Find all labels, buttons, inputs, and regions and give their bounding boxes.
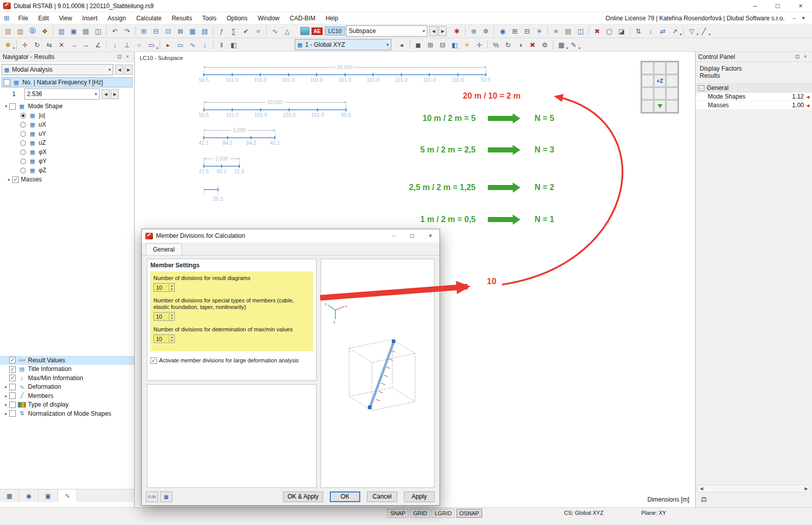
grid-lines-icon[interactable]: ⊟ <box>436 39 449 50</box>
table-ocr-icon[interactable]: ▦ <box>186 25 199 37</box>
table-view-icon[interactable]: ⊟ <box>150 25 162 37</box>
toggle-grid[interactable]: GRID <box>410 509 430 518</box>
menu-collapse-icon[interactable]: – <box>790 15 799 21</box>
chevron-down-icon[interactable]: ▾ <box>90 91 97 97</box>
nav-item-normalization-of-mode-shapes[interactable]: ▸⇅Normalization of Mode Shapes <box>0 409 134 418</box>
color-scale-icon[interactable] <box>300 27 309 35</box>
copy-image-icon[interactable]: ◫ <box>92 25 104 37</box>
prev-analysis-button[interactable]: ◀ <box>115 65 123 75</box>
frequency-combo[interactable]: 2.536 ▾ <box>24 88 100 100</box>
checkbox[interactable] <box>9 410 16 417</box>
two-sections-icon[interactable]: ‖ <box>215 39 228 50</box>
checkbox[interactable] <box>9 402 16 408</box>
pen-icon[interactable]: ✎▾ <box>568 39 580 50</box>
keypad-cell[interactable]: +Z <box>654 75 666 87</box>
keypad-cell[interactable] <box>666 87 678 100</box>
expand-icon[interactable]: ▸ <box>3 393 9 398</box>
collapse-icon[interactable]: ▾ <box>3 104 9 109</box>
mode-option-uz[interactable]: ▦uZ <box>0 138 134 147</box>
nav-item-title-information[interactable]: ▤Title Information <box>0 365 134 374</box>
nav-item-max-min-information[interactable]: ↕Max/Min Information <box>0 374 134 383</box>
collapse-box-icon[interactable]: − <box>699 85 704 91</box>
delete-results-icon[interactable]: ✖ <box>591 25 603 37</box>
zoom-window-icon[interactable]: ⊞ <box>509 25 521 37</box>
work-plane-label[interactable]: Plane: XY <box>641 510 666 516</box>
table-settings-icon[interactable]: ▤ <box>199 25 211 37</box>
favorites-icon[interactable]: ✱ <box>451 25 463 37</box>
keypad-cell[interactable] <box>642 87 653 100</box>
load-case-combo[interactable]: Subspace ▾ <box>346 25 427 37</box>
minimize-button[interactable]: – <box>743 0 766 12</box>
float-panel-icon[interactable]: ⊡ <box>115 54 123 59</box>
next-analysis-button[interactable]: ▶ <box>124 65 133 75</box>
divisions-spinner[interactable]: 10▴▾ <box>153 334 175 343</box>
spinner-up-icon[interactable]: ▴ <box>169 313 174 317</box>
dialog-close-button[interactable]: × <box>421 229 440 242</box>
nav-item-deformation[interactable]: ▸∿Deformation <box>0 383 134 392</box>
prev-frequency-button[interactable]: ◀ <box>102 89 110 99</box>
expand-icon[interactable]: ▸ <box>3 402 9 407</box>
analysis-combo[interactable]: ▦ Modal Analysis ▾ <box>2 64 113 75</box>
block-manager-icon[interactable]: ❖ <box>39 25 51 37</box>
keypad-cell[interactable] <box>654 62 666 74</box>
mode-radio[interactable] <box>20 149 26 155</box>
table-goto-icon[interactable]: ⊡ <box>162 25 174 37</box>
spinner-down-icon[interactable]: ▾ <box>169 288 174 291</box>
open-model-icon[interactable]: ▧ <box>14 25 26 37</box>
next-frequency-button[interactable]: ▶ <box>111 89 119 99</box>
section-view-icon[interactable]: ◧ <box>228 39 240 50</box>
menu-assign[interactable]: Assign <box>103 12 131 24</box>
menu-view[interactable]: View <box>54 12 77 24</box>
show-results-icon[interactable]: ◉ <box>496 25 509 37</box>
mode-shape-node[interactable]: ▾ ▦ Mode Shape <box>0 102 134 111</box>
edit-extend-icon[interactable]: → <box>68 39 80 50</box>
chevron-down-icon[interactable]: ▾ <box>382 42 389 47</box>
menu-calculate[interactable]: Calculate <box>131 12 167 24</box>
guide-object-icon[interactable]: ▸ <box>162 39 174 50</box>
undo-icon[interactable]: ↶ <box>109 25 121 37</box>
units-button[interactable]: ▦ <box>160 491 172 502</box>
mode-radio[interactable] <box>20 122 26 128</box>
mode-option-x[interactable]: ▦φX <box>0 147 134 157</box>
menu-results[interactable]: Results <box>167 12 197 24</box>
general-group-row[interactable]: − General <box>696 83 812 92</box>
keypad-cell[interactable] <box>642 75 653 87</box>
eccentricity-icon[interactable]: ▭▾ <box>145 39 158 50</box>
cp-item-masses[interactable]: Masses1.00◄ <box>696 101 812 110</box>
navigator-toggle-icon[interactable]: ▥ <box>55 25 68 37</box>
menu-options[interactable]: Options <box>222 12 253 24</box>
shading-icon[interactable]: ◧ <box>449 39 461 50</box>
control-panel-scrollbar[interactable]: ◀ ▶ <box>697 485 810 492</box>
checkbox[interactable] <box>9 384 16 390</box>
calculation-params-icon[interactable]: ≈ <box>252 25 264 37</box>
close-button[interactable]: × <box>789 0 812 12</box>
save-icon[interactable]: ▣ <box>68 25 80 37</box>
checkbox[interactable] <box>9 392 16 399</box>
redo-icon[interactable]: ↷ <box>121 25 133 37</box>
keypad-cell[interactable] <box>654 87 666 100</box>
menu-help[interactable]: Help <box>321 12 343 24</box>
mode-shape-checkbox[interactable] <box>9 103 16 110</box>
keypad-cell[interactable] <box>666 62 678 74</box>
window-menu-icon[interactable]: ⊞ <box>3 15 11 22</box>
apply-button[interactable]: Apply <box>404 491 434 502</box>
member-divide-icon[interactable]: ↕ <box>644 25 657 37</box>
checkbox[interactable] <box>9 366 16 373</box>
mode-radio[interactable] <box>20 140 26 146</box>
edit-dimension-icon[interactable]: ↔ <box>80 39 92 50</box>
float-panel-icon[interactable]: ⊡ <box>793 54 801 59</box>
hinge-icon[interactable]: ○ <box>133 39 145 50</box>
edit-mirror-icon[interactable]: ⇆ <box>43 39 55 50</box>
calculate-all-icon[interactable]: ∑ <box>228 25 240 37</box>
scroll-left-icon[interactable]: ◀ <box>698 486 705 491</box>
ok-apply-button[interactable]: OK & Apply <box>283 491 323 502</box>
decimal-places-button[interactable]: 0.00 <box>146 491 158 502</box>
cp-item-mode-shapes[interactable]: Mode Shapes1.12◄ <box>696 92 812 101</box>
edit-rotate-icon[interactable]: ↻ <box>31 39 43 50</box>
isometric-view-icon[interactable]: ▢ <box>603 25 615 37</box>
close-panel-icon[interactable]: × <box>801 54 809 59</box>
result-values-icon[interactable]: ✲ <box>480 25 492 37</box>
mode-radio[interactable] <box>20 131 26 137</box>
menu-cad-bim[interactable]: CAD-BIM <box>285 12 321 24</box>
layers-icon[interactable]: ≡ <box>550 25 562 37</box>
